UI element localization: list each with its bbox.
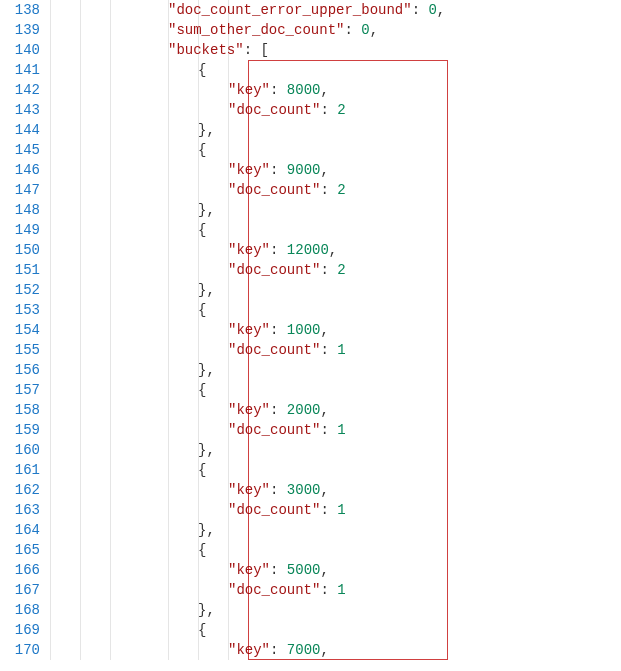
code-line[interactable]: { [50,140,621,160]
line-number: 164 [6,520,40,540]
code-line[interactable]: "key": 2000, [50,400,621,420]
token-num: 5000 [287,562,321,578]
token-key: "key" [228,642,270,658]
line-number: 144 [6,120,40,140]
code-line[interactable]: }, [50,360,621,380]
token-bracket: { [198,622,206,638]
token-colon: : [270,82,287,98]
token-punct: , [329,242,337,258]
token-key: "doc_count" [228,262,320,278]
code-line[interactable]: { [50,540,621,560]
token-colon: : [344,22,361,38]
line-number: 169 [6,620,40,640]
token-key: "key" [228,162,270,178]
token-punct: , [320,562,328,578]
code-content[interactable]: "doc_count_error_upper_bound": 0,"sum_ot… [50,0,621,660]
token-key: "key" [228,242,270,258]
code-line[interactable]: "doc_count": 2 [50,180,621,200]
token-key: "key" [228,482,270,498]
code-line[interactable]: { [50,620,621,640]
token-bracket: { [198,142,206,158]
code-line[interactable]: "doc_count": 1 [50,340,621,360]
line-number: 155 [6,340,40,360]
line-number: 156 [6,360,40,380]
code-line[interactable]: "doc_count": 2 [50,100,621,120]
token-punct: , [320,402,328,418]
code-line[interactable]: "key": 1000, [50,320,621,340]
code-line[interactable]: "doc_count": 2 [50,260,621,280]
token-colon: : [270,322,287,338]
code-line[interactable]: "key": 12000, [50,240,621,260]
line-number: 165 [6,540,40,560]
code-line[interactable]: "sum_other_doc_count": 0, [50,20,621,40]
token-num: 0 [361,22,369,38]
line-number: 140 [6,40,40,60]
token-colon: : [320,262,337,278]
token-punct: , [206,442,214,458]
token-punct: , [206,362,214,378]
code-line[interactable]: "key": 8000, [50,80,621,100]
token-num: 2 [337,182,345,198]
code-line[interactable]: }, [50,200,621,220]
line-number: 146 [6,160,40,180]
token-punct: , [320,642,328,658]
line-number: 157 [6,380,40,400]
line-number: 152 [6,280,40,300]
token-colon: : [270,642,287,658]
token-punct: , [320,322,328,338]
token-colon: : [320,102,337,118]
token-num: 1 [337,422,345,438]
code-line[interactable]: "buckets": [ [50,40,621,60]
token-punct: , [437,2,445,18]
token-punct: , [206,602,214,618]
token-bracket: { [198,542,206,558]
code-line[interactable]: "key": 5000, [50,560,621,580]
token-key: "buckets" [168,42,244,58]
code-line[interactable]: { [50,60,621,80]
code-editor[interactable]: 1381391401411421431441451461471481491501… [0,0,621,660]
line-number: 158 [6,400,40,420]
line-number: 149 [6,220,40,240]
token-colon: : [412,2,429,18]
token-num: 0 [428,2,436,18]
code-line[interactable]: }, [50,120,621,140]
code-line[interactable]: "doc_count_error_upper_bound": 0, [50,0,621,20]
code-line[interactable]: }, [50,280,621,300]
line-number: 166 [6,560,40,580]
code-line[interactable]: { [50,380,621,400]
token-colon: : [270,242,287,258]
token-num: 1 [337,342,345,358]
code-line[interactable]: "doc_count": 1 [50,420,621,440]
token-key: "doc_count" [228,342,320,358]
token-punct: , [320,162,328,178]
code-line[interactable]: { [50,300,621,320]
token-colon: : [244,42,261,58]
code-line[interactable]: "key": 3000, [50,480,621,500]
line-number: 138 [6,0,40,20]
token-key: "key" [228,322,270,338]
line-number: 159 [6,420,40,440]
code-line[interactable]: { [50,460,621,480]
code-line[interactable]: }, [50,520,621,540]
token-bracket: { [198,382,206,398]
code-line[interactable]: }, [50,600,621,620]
code-line[interactable]: "doc_count": 1 [50,500,621,520]
line-number: 143 [6,100,40,120]
code-line[interactable]: "key": 7000, [50,640,621,660]
line-number: 168 [6,600,40,620]
token-colon: : [320,502,337,518]
token-num: 1000 [287,322,321,338]
token-colon: : [320,342,337,358]
token-colon: : [270,562,287,578]
token-colon: : [270,162,287,178]
code-line[interactable]: "doc_count": 1 [50,580,621,600]
token-num: 1 [337,502,345,518]
code-line[interactable]: "key": 9000, [50,160,621,180]
token-punct: , [206,282,214,298]
code-line[interactable]: { [50,220,621,240]
line-number: 161 [6,460,40,480]
token-colon: : [320,582,337,598]
line-number: 142 [6,80,40,100]
line-number: 145 [6,140,40,160]
code-line[interactable]: }, [50,440,621,460]
